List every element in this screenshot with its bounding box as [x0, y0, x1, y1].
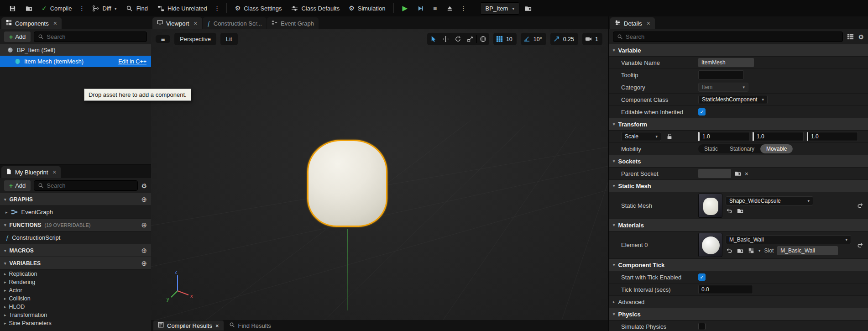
close-icon[interactable]: × [53, 20, 57, 27]
scale-tool-icon[interactable] [464, 33, 476, 45]
play-options-kebab-icon[interactable]: ⋮ [458, 5, 468, 12]
details-settings-gear-icon[interactable]: ⚙ [858, 34, 864, 40]
lock-icon[interactable] [666, 133, 673, 140]
stop-button[interactable]: ■ [429, 1, 441, 15]
variable-category-sine-parameters[interactable]: ▸ Sine Parameters [0, 319, 151, 327]
use-selected-asset-icon[interactable] [726, 247, 733, 254]
socket-browse-icon[interactable] [734, 170, 742, 177]
components-search[interactable] [34, 32, 147, 42]
texture-options-icon[interactable] [748, 247, 755, 254]
section-variable[interactable]: ▾ Variable [609, 44, 868, 57]
add-variable-icon[interactable]: ⊕ [141, 259, 147, 268]
camera-speed-value[interactable]: 1 [595, 36, 602, 42]
display-filter-icon[interactable] [847, 33, 854, 40]
mobility-static-button[interactable]: Static [698, 144, 724, 153]
blueprint-add-button[interactable]: + Add [4, 180, 31, 191]
browse-asset-button[interactable] [21, 1, 37, 15]
scale-x-field[interactable]: 1.0 [698, 132, 749, 141]
parent-socket-field[interactable] [698, 169, 731, 178]
browse-to-asset-icon[interactable] [737, 247, 744, 254]
component-row-self[interactable]: BP_Item (Self) [0, 44, 151, 56]
viewport-menu-button[interactable]: ≡ [156, 35, 170, 43]
frame-skip-button[interactable] [413, 1, 428, 15]
tab-event-graph[interactable]: Event Graph [267, 17, 319, 29]
tab-details[interactable]: Details × [610, 17, 655, 29]
my-blueprint-search[interactable] [34, 180, 138, 191]
graphs-section-header[interactable]: ▾ GRAPHS ⊕ [0, 193, 151, 206]
select-tool-icon[interactable] [427, 33, 439, 45]
static-mesh-dropdown[interactable]: Shape_WideCapsule ▾ [726, 196, 813, 205]
variable-category-actor[interactable]: ▸ Actor [0, 286, 151, 294]
close-icon[interactable]: × [193, 20, 197, 27]
chevron-down-icon[interactable]: ▾ [758, 248, 761, 253]
view-mode-dropdown[interactable]: Lit [220, 33, 238, 45]
mobility-stationary-button[interactable]: Stationary [724, 144, 760, 153]
save-button[interactable] [5, 1, 20, 15]
simulation-button[interactable]: ⚙ Simulation [345, 1, 389, 15]
slot-name-input[interactable] [777, 246, 838, 255]
rotate-tool-icon[interactable] [452, 33, 464, 45]
viewport-3d[interactable]: z x y ≡ Perspective Lit [151, 29, 608, 320]
browse-to-asset-icon[interactable] [737, 207, 744, 215]
move-tool-icon[interactable] [439, 33, 452, 45]
world-space-icon[interactable] [477, 33, 489, 45]
section-transform[interactable]: ▾ Transform [609, 118, 868, 131]
row-advanced[interactable]: ▸ Advanced [609, 296, 868, 308]
play-button[interactable]: ▶ [398, 1, 412, 15]
clear-socket-icon[interactable]: × [745, 171, 748, 177]
component-class-dropdown[interactable]: StaticMeshComponent ▾ [698, 95, 768, 104]
compile-button[interactable]: ✓ Compile [37, 1, 76, 15]
close-icon[interactable]: × [215, 322, 219, 329]
tab-my-blueprint[interactable]: My Blueprint × [1, 166, 61, 178]
macros-section-header[interactable]: ▾ MACROS ⊕ [0, 244, 151, 257]
reset-static-mesh-icon[interactable] [857, 202, 863, 209]
close-icon[interactable]: × [52, 168, 56, 176]
tab-find-results[interactable]: Find Results [225, 320, 276, 331]
scale-snap-icon[interactable] [550, 33, 563, 45]
class-settings-button[interactable]: ⚙ Class Settings [231, 1, 286, 15]
section-physics[interactable]: ▾ Physics [609, 308, 868, 320]
class-defaults-button[interactable]: Class Defaults [287, 1, 344, 15]
tooltip-input[interactable] [698, 70, 744, 79]
use-selected-asset-icon[interactable] [726, 207, 733, 215]
section-materials[interactable]: ▾ Materials [609, 219, 868, 231]
add-function-icon[interactable]: ⊕ [141, 221, 147, 229]
browse-to-asset-button[interactable] [520, 1, 536, 15]
angle-snap-icon[interactable] [521, 33, 533, 45]
category-dropdown[interactable]: Item ▾ [698, 83, 748, 92]
my-blueprint-search-input[interactable] [47, 182, 134, 189]
find-button[interactable]: Find [122, 1, 152, 15]
close-icon[interactable]: × [647, 20, 650, 27]
variable-category-replication[interactable]: ▸ Replication [0, 270, 151, 278]
edit-in-cpp-link[interactable]: Edit in C++ [118, 58, 146, 65]
perspective-dropdown[interactable]: Perspective [174, 33, 216, 45]
selected-capsule-mesh[interactable] [307, 140, 387, 227]
static-mesh-thumbnail[interactable] [698, 194, 722, 218]
details-search[interactable] [613, 32, 843, 42]
tick-interval-input[interactable] [698, 285, 753, 294]
tab-compiler-results[interactable]: Compiler Results × [153, 320, 224, 331]
details-search-input[interactable] [626, 33, 839, 40]
camera-speed-icon[interactable] [582, 33, 595, 45]
hide-unrelated-button[interactable]: Hide Unrelated [153, 1, 211, 15]
components-search-input[interactable] [47, 33, 143, 40]
reset-material-icon[interactable] [857, 242, 863, 248]
scale-snap-value[interactable]: 0.25 [563, 36, 578, 42]
variables-section-header[interactable]: ▾ VARIABLES ⊕ [0, 257, 151, 270]
scale-dropdown[interactable]: Scale ▾ [621, 132, 661, 141]
material-thumbnail[interactable] [698, 233, 722, 257]
compile-options-kebab-icon[interactable]: ⋮ [77, 5, 87, 12]
tab-components[interactable]: Components × [1, 17, 62, 29]
construction-script-item[interactable]: ƒ ConstructionScript [0, 231, 151, 244]
eject-button[interactable] [442, 1, 457, 15]
hide-unrelated-kebab-icon[interactable]: ⋮ [212, 5, 222, 12]
tab-viewport[interactable]: Viewport × [152, 17, 202, 29]
add-graph-icon[interactable]: ⊕ [141, 195, 147, 204]
material-dropdown[interactable]: M_Basic_Wall ▾ [726, 235, 851, 244]
scale-y-field[interactable]: 1.0 [753, 132, 804, 141]
variable-category-hlod[interactable]: ▸ HLOD [0, 303, 151, 311]
variable-category-transformation[interactable]: ▸ Transformation [0, 311, 151, 319]
editable-when-inherited-checkbox[interactable]: ✓ [698, 108, 706, 116]
tab-construction-script[interactable]: ƒ Construction Scr... [203, 17, 267, 29]
scale-z-field[interactable]: 1.0 [807, 132, 858, 141]
